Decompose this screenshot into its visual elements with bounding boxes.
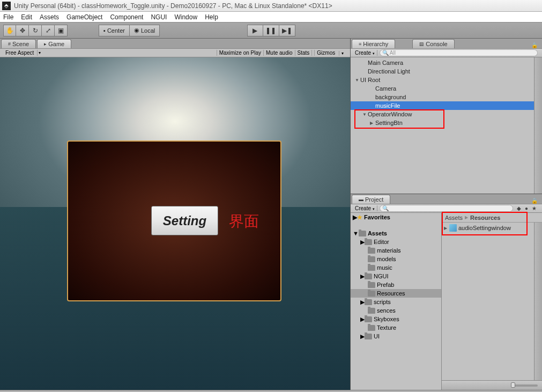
menu-file[interactable]: File: [3, 13, 13, 21]
tab-hierarchy[interactable]: ≡Hierarchy: [352, 39, 395, 48]
scale-tool-button[interactable]: ⤢: [42, 25, 55, 36]
game-view[interactable]: Setting 界面: [0, 57, 350, 390]
project-breadcrumb: Assets ▶ Resources: [442, 213, 542, 223]
right-column: ≡Hierarchy ▤Console 🔒 Create ▾ 🔍All Main…: [351, 39, 542, 390]
hierarchy-tree[interactable]: Main Camera Directional Light ▼UI Root C…: [351, 57, 542, 194]
project-item-list[interactable]: ▶ audioSettingwindow: [442, 223, 542, 390]
menu-window[interactable]: Window: [174, 13, 197, 21]
folder-ui[interactable]: ▶UI: [351, 332, 441, 341]
operator-window-panel: Setting 界面: [67, 140, 281, 301]
tab-project[interactable]: ▬Project: [352, 195, 390, 204]
folder-models[interactable]: models: [351, 255, 441, 263]
window-title: Unity Personal (64bit) - classHomework_T…: [14, 2, 332, 10]
menu-help[interactable]: Help: [205, 13, 218, 21]
project-search-input[interactable]: 🔍: [380, 205, 513, 212]
unity-logo-icon: ⬘: [2, 2, 11, 10]
setting-button[interactable]: Setting: [151, 206, 218, 235]
filter-by-label-icon[interactable]: ●: [523, 205, 530, 211]
hierarchy-item-directional-light[interactable]: Directional Light: [351, 67, 542, 76]
project-create-dropdown[interactable]: Create ▾: [353, 205, 377, 211]
main-toolbar: ✋ ✥ ↻ ⤢ ▣ ▪ Center ◉ Local ▶ ❚❚ ▶❚: [0, 23, 542, 39]
pivot-local-button[interactable]: ◉ Local: [130, 25, 160, 36]
folder-prefab[interactable]: Prefab: [351, 280, 441, 289]
menu-bar: File Edit Assets GameObject Component NG…: [0, 12, 542, 23]
aspect-dropdown[interactable]: Free Aspect: [2, 50, 38, 56]
project-footer: [442, 380, 542, 390]
play-button[interactable]: ▶: [247, 25, 263, 36]
hierarchy-item-setting-btn[interactable]: ▶SettingBtn: [351, 119, 542, 127]
hierarchy-item-background[interactable]: background: [351, 93, 542, 101]
aspect-dropdown-arrow-icon: ▾: [39, 50, 41, 55]
save-search-icon[interactable]: ★: [530, 205, 538, 211]
breadcrumb-separator-icon: ▶: [465, 215, 468, 220]
main-area: #Scene ▸Game Free Aspect ▾ Maximize on P…: [0, 39, 542, 390]
hierarchy-item-main-camera[interactable]: Main Camera: [351, 58, 542, 67]
project-body: ▶★Favorites ▼Assets ▶Editor materials mo…: [351, 213, 542, 390]
project-zoom-slider[interactable]: [511, 384, 538, 387]
hand-tool-button[interactable]: ✋: [3, 25, 16, 36]
game-view-toolbar: Free Aspect ▾ Maximize on Play Mute audi…: [0, 48, 350, 57]
rect-tool-button[interactable]: ▣: [55, 25, 68, 36]
mute-audio-toggle[interactable]: Mute audio: [263, 50, 294, 56]
lock-icon[interactable]: 🔒: [531, 198, 538, 204]
project-tab-header: ▬Project 🔒: [351, 194, 542, 204]
project-scrollbar[interactable]: [534, 223, 542, 380]
pause-button[interactable]: ❚❚: [263, 25, 279, 36]
hierarchy-item-ui-root[interactable]: ▼UI Root: [351, 76, 542, 84]
project-panel: ▬Project 🔒 Create ▾ 🔍 ◆ ● ★ ▶★Favorites …: [351, 194, 542, 390]
menu-ngui[interactable]: NGUI: [151, 13, 167, 21]
project-toolbar: Create ▾ 🔍 ◆ ● ★: [351, 204, 542, 213]
window-titlebar: ⬘ Unity Personal (64bit) - classHomework…: [0, 0, 542, 12]
hierarchy-item-camera[interactable]: Camera: [351, 84, 542, 93]
transform-tool-group: ✋ ✥ ↻ ⤢ ▣: [3, 25, 68, 36]
gizmos-dropdown[interactable]: Gizmos ▾: [311, 50, 348, 56]
filter-by-type-icon[interactable]: ◆: [515, 205, 523, 211]
menu-component[interactable]: Component: [110, 13, 143, 21]
folder-materials[interactable]: materials: [351, 246, 441, 255]
hierarchy-item-operator-window[interactable]: ▼OperatorWindow: [351, 110, 542, 119]
menu-edit[interactable]: Edit: [21, 13, 32, 21]
breadcrumb-assets[interactable]: Assets: [445, 215, 463, 221]
stats-toggle[interactable]: Stats: [295, 50, 312, 56]
hierarchy-tab-header: ≡Hierarchy ▤Console 🔒: [351, 39, 542, 48]
project-folder-tree[interactable]: ▶★Favorites ▼Assets ▶Editor materials mo…: [351, 213, 442, 390]
step-button[interactable]: ▶❚: [279, 25, 295, 36]
rotate-tool-button[interactable]: ↻: [29, 25, 42, 36]
annotation-label: 界面: [229, 211, 259, 232]
menu-gameobject[interactable]: GameObject: [66, 13, 102, 21]
project-content-area: Assets ▶ Resources ▶ audioSettingwindow: [442, 213, 542, 390]
folder-scripts[interactable]: ▶scripts: [351, 298, 441, 306]
folder-resources[interactable]: Resources: [351, 289, 441, 298]
hierarchy-scrollbar[interactable]: [534, 57, 542, 194]
pivot-group: ▪ Center ◉ Local: [99, 25, 160, 36]
project-assets-root[interactable]: ▼Assets: [351, 229, 441, 238]
asset-audio-setting-window[interactable]: ▶ audioSettingwindow: [444, 224, 540, 232]
status-bar: ⏸ Pause: [0, 390, 542, 392]
scene-game-tab-header: #Scene ▸Game: [0, 39, 350, 48]
folder-music[interactable]: music: [351, 263, 441, 272]
hierarchy-create-dropdown[interactable]: Create ▾: [353, 50, 377, 56]
lock-icon[interactable]: 🔒: [531, 42, 538, 48]
hierarchy-search-input[interactable]: 🔍All: [380, 49, 538, 56]
tab-console[interactable]: ▤Console: [412, 39, 454, 48]
folder-texture[interactable]: Texture: [351, 323, 441, 332]
menu-assets[interactable]: Assets: [40, 13, 59, 21]
breadcrumb-resources[interactable]: Resources: [470, 215, 500, 221]
move-tool-button[interactable]: ✥: [16, 25, 29, 36]
project-filter-icons: ◆ ● ★: [515, 205, 538, 211]
pivot-center-button[interactable]: ▪ Center: [99, 25, 130, 36]
tab-game[interactable]: ▸Game: [37, 39, 71, 48]
hierarchy-panel: ≡Hierarchy ▤Console 🔒 Create ▾ 🔍All Main…: [351, 39, 542, 194]
project-favorites[interactable]: ▶★Favorites: [351, 213, 441, 221]
folder-skyboxes[interactable]: ▶Skyboxes: [351, 315, 441, 323]
prefab-icon: [449, 224, 457, 232]
left-panel: #Scene ▸Game Free Aspect ▾ Maximize on P…: [0, 39, 351, 390]
hierarchy-item-musicfile[interactable]: musicFile: [351, 101, 542, 110]
folder-editor[interactable]: ▶Editor: [351, 238, 441, 246]
play-controls: ▶ ❚❚ ▶❚: [247, 25, 295, 36]
tab-scene[interactable]: #Scene: [1, 39, 36, 48]
folder-ngui[interactable]: ▶NGUI: [351, 272, 441, 280]
maximize-on-play-toggle[interactable]: Maximize on Play: [217, 50, 263, 56]
folder-sences[interactable]: sences: [351, 306, 441, 315]
hierarchy-toolbar: Create ▾ 🔍All: [351, 48, 542, 57]
